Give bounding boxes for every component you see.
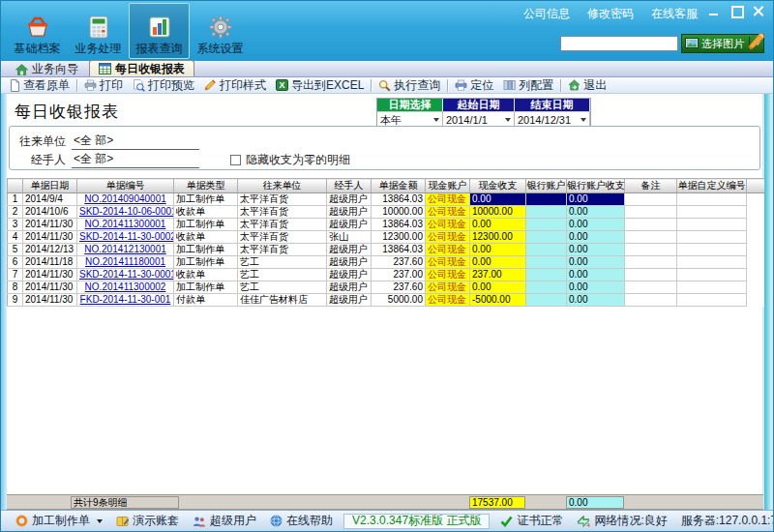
network-icon: 4 bbox=[577, 516, 590, 527]
column-header[interactable]: 现金账户 bbox=[426, 179, 470, 193]
status-account-set[interactable]: 演示账套 bbox=[109, 513, 186, 529]
handler-field[interactable]: <全 部> bbox=[72, 151, 199, 168]
partner-field[interactable]: <全 部> bbox=[72, 133, 199, 150]
cell: 2014/11/30 bbox=[23, 219, 77, 231]
partner-label: 往来单位 bbox=[17, 133, 66, 150]
top-link-change-password[interactable]: 修改密码 bbox=[587, 6, 634, 22]
table-row[interactable]: 82014/11/30NO.201411300002加工制作单艺工超级用户237… bbox=[8, 281, 764, 294]
tab-daily-cashier-report[interactable]: 每日收银报表 bbox=[89, 60, 194, 76]
document-link[interactable]: SKD-2014-11-30-0002 bbox=[79, 231, 174, 242]
barchart-icon bbox=[148, 8, 171, 39]
table-row[interactable]: 42014/11/30SKD-2014-11-30-0002收款单太平洋百货张山… bbox=[8, 231, 764, 244]
print-preview-button[interactable]: 打印预览 bbox=[128, 78, 199, 93]
table-row[interactable]: 92014/11/30FKD-2014-11-30-001付款单佳佳广告材料店超… bbox=[8, 294, 764, 307]
cell: 0.00 bbox=[567, 294, 625, 307]
document-link[interactable]: NO.201409040001 bbox=[84, 193, 166, 204]
run-query-button[interactable]: 执行查询 bbox=[373, 78, 445, 93]
column-header[interactable]: 银行账户收支 bbox=[567, 179, 625, 193]
toolbar-separator bbox=[560, 79, 561, 92]
cell: 加工制作单 bbox=[174, 193, 238, 206]
column-header[interactable]: 单据日期 bbox=[23, 179, 77, 193]
page-title: 每日收银报表 bbox=[15, 101, 119, 123]
cell: 付款单 bbox=[174, 294, 238, 307]
close-button[interactable] bbox=[752, 5, 765, 16]
toolbar-button-label: 退出 bbox=[583, 77, 607, 94]
vertical-scrollbar[interactable] bbox=[764, 94, 770, 510]
cell: 超级用户 bbox=[327, 193, 372, 206]
column-header[interactable]: 备注 bbox=[625, 179, 677, 193]
nav-item-business-process[interactable]: 业务处理 bbox=[68, 3, 129, 59]
document-link[interactable]: NO.201412130001 bbox=[84, 244, 166, 254]
table-row[interactable]: 12014/9/4NO.201409040001加工制作单太平洋百货超级用户13… bbox=[8, 193, 764, 206]
view-original-button[interactable]: 查看原单 bbox=[4, 78, 74, 93]
document-link[interactable]: SKD-2014-10-06-0001 bbox=[79, 206, 174, 217]
column-header[interactable]: 单据自定义编号 bbox=[677, 179, 747, 193]
cell: 5000.00 bbox=[372, 294, 426, 307]
cell-filler bbox=[747, 269, 764, 281]
nav-item-report-query[interactable]: 报表查询 bbox=[129, 3, 190, 59]
table-row[interactable]: 72014/11/30SKD-2014-11-30-0001收款单艺工超级用户2… bbox=[8, 269, 764, 281]
print-button[interactable]: 打印 bbox=[79, 78, 128, 93]
cell bbox=[677, 294, 747, 307]
top-link-online-service[interactable]: 在线客服 bbox=[651, 6, 698, 22]
cell: 0.00 bbox=[470, 281, 526, 294]
cell: 超级用户 bbox=[327, 244, 372, 256]
column-header[interactable]: 经手人 bbox=[327, 179, 372, 193]
users-icon bbox=[193, 516, 206, 527]
column-header[interactable]: 银行账户 bbox=[526, 179, 567, 193]
column-header[interactable]: 单据金额 bbox=[372, 179, 426, 193]
column-header[interactable]: 单据编号 bbox=[77, 179, 174, 193]
column-header[interactable]: 往来单位 bbox=[238, 179, 327, 193]
top-link-company-info[interactable]: 公司信息 bbox=[523, 6, 570, 22]
toolbar-separator bbox=[76, 79, 77, 92]
nav-item-label: 报表查询 bbox=[136, 43, 183, 54]
gear-icon bbox=[209, 8, 232, 39]
cell-filler bbox=[747, 244, 764, 256]
status-label: 在线帮助 bbox=[286, 513, 333, 529]
status-label: 网络情况:良好 bbox=[594, 513, 667, 529]
header-filler bbox=[747, 179, 764, 193]
document-link[interactable]: FKD-2014-11-30-001 bbox=[80, 294, 171, 305]
toolbar-button-label: 执行查询 bbox=[394, 77, 440, 94]
exit-button[interactable]: 退出 bbox=[563, 78, 611, 93]
tab-business-wizard[interactable]: 业务向导 bbox=[7, 62, 87, 76]
table-row[interactable]: 22014/10/6SKD-2014-10-06-0001收款单太平洋百货超级用… bbox=[8, 206, 764, 219]
document-link[interactable]: NO.201411300002 bbox=[85, 281, 166, 292]
cell-filler bbox=[747, 231, 764, 244]
column-header[interactable]: 单据类型 bbox=[174, 179, 238, 193]
summary-count: 共计9条明细 bbox=[71, 496, 179, 509]
print-style-button[interactable]: 打印样式 bbox=[199, 78, 271, 93]
horn-icon[interactable] bbox=[746, 30, 767, 55]
table-row[interactable]: 62014/11/18NO.201411180001加工制作单艺工超级用户237… bbox=[8, 256, 764, 269]
checkbox-icon bbox=[230, 155, 241, 165]
maximize-button[interactable] bbox=[729, 5, 743, 16]
status-doc-type[interactable]: 加工制作单 bbox=[9, 513, 109, 529]
column-header[interactable]: 现金收支 bbox=[470, 179, 526, 193]
cell: SKD-2014-11-30-0002 bbox=[77, 231, 174, 244]
document-link[interactable]: NO.201411300001 bbox=[85, 219, 166, 229]
cell bbox=[526, 231, 567, 244]
hide-zero-checkbox[interactable]: 隐藏收支为零的明细 bbox=[230, 152, 350, 168]
status-label: 加工制作单 bbox=[32, 513, 90, 529]
cell: 0.00 bbox=[470, 256, 526, 269]
column-config-button[interactable]: 列配置 bbox=[498, 78, 558, 93]
table-row[interactable]: 52014/12/13NO.201412130001加工制作单太平洋百货超级用户… bbox=[8, 244, 764, 256]
tab-label: 业务向导 bbox=[32, 61, 78, 77]
cell: NO.201409040001 bbox=[77, 193, 174, 206]
nav-item-base-archives[interactable]: 基础档案 bbox=[7, 3, 68, 59]
table-row[interactable]: 32014/11/30NO.201411300001加工制作单太平洋百货超级用户… bbox=[8, 219, 764, 231]
donut-icon bbox=[15, 515, 28, 527]
cell: 13864.03 bbox=[372, 244, 426, 256]
export-excel-button[interactable]: X导出到EXCEL bbox=[271, 78, 369, 93]
cell: 收款单 bbox=[174, 206, 238, 219]
row-number-cell: 7 bbox=[8, 269, 23, 281]
status-online-help[interactable]: 在线帮助 bbox=[263, 513, 340, 529]
nav-item-system-settings[interactable]: 系统设置 bbox=[190, 3, 251, 59]
banner-input[interactable] bbox=[560, 36, 678, 51]
minimize-button[interactable] bbox=[707, 5, 721, 16]
document-link[interactable]: SKD-2014-11-30-0001 bbox=[79, 269, 174, 280]
locate-button[interactable]: 定位 bbox=[450, 78, 498, 93]
cell: 0.00 bbox=[470, 193, 526, 206]
document-link[interactable]: NO.201411180001 bbox=[85, 256, 165, 267]
cell: 太平洋百货 bbox=[238, 193, 327, 206]
